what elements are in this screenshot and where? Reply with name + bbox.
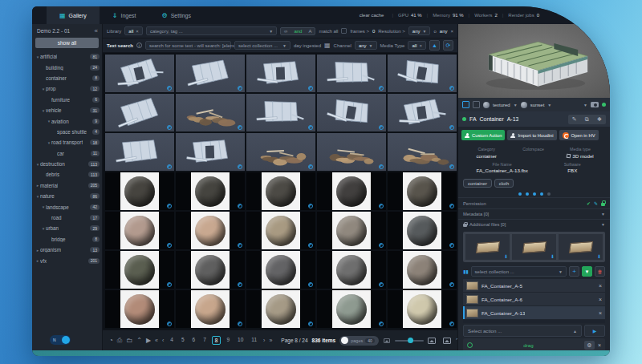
chevron-down-icon[interactable]: ▼ <box>583 103 587 107</box>
asset-thumbnail-material[interactable] <box>317 290 386 328</box>
collection-item-FA_Container_A-6[interactable]: FA_Container_A-6× <box>463 293 605 306</box>
pager-dot[interactable] <box>526 192 529 196</box>
gear-icon[interactable]: ⚙ <box>584 341 595 350</box>
asset-thumbnail-material[interactable] <box>105 172 174 210</box>
sidebar-item-landscape[interactable]: ▾landscape42 <box>32 201 102 212</box>
frames-value[interactable]: 0 <box>372 29 375 34</box>
asset-thumbnail-material[interactable] <box>246 212 315 249</box>
page-number-10[interactable]: 10 <box>235 336 246 345</box>
print-icon[interactable]: ⎙ <box>117 337 122 345</box>
chevron-down-icon[interactable]: ▼ <box>601 222 605 227</box>
3d-viewport[interactable] <box>458 24 610 98</box>
chevron-down-icon[interactable]: ▼ <box>282 43 286 48</box>
cell-sync-icon[interactable] <box>238 86 242 91</box>
asset-thumbnail-material[interactable] <box>176 251 245 289</box>
sidebar-item-bridge[interactable]: bridge8 <box>32 234 102 245</box>
open-in-hv-button[interactable]: Open in HV <box>559 130 599 140</box>
next-page-icon[interactable]: › <box>263 338 265 343</box>
page-number-5[interactable]: 5 <box>179 336 187 345</box>
cell-sync-icon[interactable] <box>308 86 313 91</box>
run-action-button[interactable]: ▶ <box>584 325 605 337</box>
asset-thumbnail-material[interactable] <box>176 212 245 249</box>
cell-sync-icon[interactable] <box>449 204 454 208</box>
camera-icon[interactable] <box>591 102 599 107</box>
cell-sync-icon[interactable] <box>167 164 172 169</box>
tag-chip-container[interactable]: container <box>463 179 492 188</box>
zoom-slider[interactable] <box>395 340 424 342</box>
save-collection-button[interactable]: ▼ <box>582 266 592 277</box>
asset-thumbnail-material[interactable] <box>246 290 315 328</box>
collection-item-FA_Container_A-13[interactable]: FA_Container_A-13× <box>463 306 605 320</box>
pager-dot[interactable] <box>518 192 522 196</box>
media-type-filter[interactable]: all× <box>408 41 426 50</box>
import-to-houdini-button[interactable]: Import to Houdini <box>507 130 556 140</box>
add-to-collection-button[interactable]: + <box>569 266 579 277</box>
asset-thumbnail-material[interactable] <box>105 212 174 249</box>
sidebar-item-vfx[interactable]: ▸vfx201 <box>32 255 102 265</box>
cell-sync-icon[interactable] <box>379 243 384 248</box>
cell-sync-icon[interactable] <box>379 282 384 287</box>
asset-thumbnail-material[interactable] <box>105 290 174 328</box>
cell-sync-icon[interactable] <box>308 204 313 208</box>
permission-section[interactable]: Permission ✔✎ <box>458 197 610 208</box>
cell-sync-icon[interactable] <box>449 243 454 248</box>
cell-sync-icon[interactable] <box>167 204 172 208</box>
download-icon[interactable]: ⬇ <box>597 253 601 259</box>
download-icon[interactable]: ⬇ <box>551 253 555 259</box>
sidebar-item-vehicle[interactable]: ▾vehicle31 <box>32 105 102 115</box>
cell-sync-icon[interactable] <box>379 164 384 169</box>
asset-thumbnail-3d-model[interactable] <box>388 94 457 131</box>
history-icon[interactable]: ◔ <box>109 337 113 344</box>
collection-item-FA_Container_A-5[interactable]: FA_Container_A-5× <box>463 279 605 293</box>
cell-sync-icon[interactable] <box>238 125 242 130</box>
chevron-down-icon[interactable]: ▼ <box>423 29 427 34</box>
cell-sync-icon[interactable] <box>449 322 454 326</box>
tab-settings[interactable]: ⚙Settings <box>149 6 204 24</box>
asset-thumbnail-3d-model[interactable] <box>246 94 315 131</box>
asset-thumbnail-material[interactable] <box>317 212 386 249</box>
asset-thumbnail-material[interactable] <box>388 172 457 210</box>
pager-dot[interactable] <box>540 192 543 196</box>
folder-icon[interactable]: 🗀 <box>126 337 132 344</box>
category-tag-input[interactable]: category, tag ...▼ <box>146 26 277 35</box>
select-action-dropdown[interactable]: Select action ...▲ <box>463 325 582 337</box>
chevron-down-icon[interactable]: ▼ <box>514 103 518 107</box>
logic-toggle[interactable]: ∞andA <box>280 27 315 35</box>
sidebar-item-prop[interactable]: ▾prop12 <box>32 83 102 94</box>
custom-action-button[interactable]: Custom Action <box>461 130 505 140</box>
cell-sync-icon[interactable] <box>308 125 313 130</box>
metadata-section[interactable]: Metadata [0] ▼ <box>458 208 610 219</box>
channel-filter[interactable]: any▼ <box>355 41 377 50</box>
shading-select[interactable]: textured <box>493 103 510 107</box>
asset-thumbnail-3d-model[interactable] <box>388 133 457 171</box>
collection-dropdown[interactable]: select collection ...▼ <box>471 266 567 277</box>
asset-thumbnail-3d-model[interactable] <box>246 133 315 171</box>
page-number-4[interactable]: 4 <box>168 336 176 345</box>
power-icon[interactable] <box>467 342 473 348</box>
edit-button[interactable]: ✎ <box>568 115 581 124</box>
cell-sync-icon[interactable] <box>308 322 313 326</box>
cell-sync-icon[interactable] <box>167 322 172 326</box>
asset-thumbnail-3d-model[interactable] <box>105 55 174 92</box>
asset-thumbnail-3d-model[interactable] <box>317 94 386 131</box>
sidebar-item-car[interactable]: car11 <box>32 148 102 159</box>
related-thumbnail[interactable]: ⬇ <box>465 234 510 260</box>
cell-sync-icon[interactable] <box>308 164 313 169</box>
thumb-size-small-icon[interactable] <box>384 338 390 343</box>
asset-thumbnail-material[interactable] <box>246 172 315 210</box>
info-icon[interactable]: i <box>136 42 142 48</box>
asset-thumbnail-3d-model[interactable] <box>317 55 386 92</box>
clear-filter-icon[interactable]: × <box>450 29 453 34</box>
drag-label[interactable]: drag <box>476 342 581 348</box>
library-filter[interactable]: all× <box>124 26 143 35</box>
first-page-icon[interactable]: « <box>155 338 158 343</box>
chevron-up-icon[interactable]: ▲ <box>573 329 577 334</box>
text-mode-icon[interactable]: A <box>305 28 315 34</box>
lock-icon[interactable] <box>601 203 605 206</box>
asset-thumbnail-material[interactable] <box>105 251 174 289</box>
asset-thumbnail-material[interactable] <box>176 172 245 210</box>
scroll-top-button[interactable]: ▲ <box>429 40 440 51</box>
edit-permission-icon[interactable]: ✎ <box>594 200 598 206</box>
sidebar-item-nature[interactable]: ▾nature86 <box>32 191 102 201</box>
pages-toggle[interactable]: pages40 <box>339 336 379 346</box>
